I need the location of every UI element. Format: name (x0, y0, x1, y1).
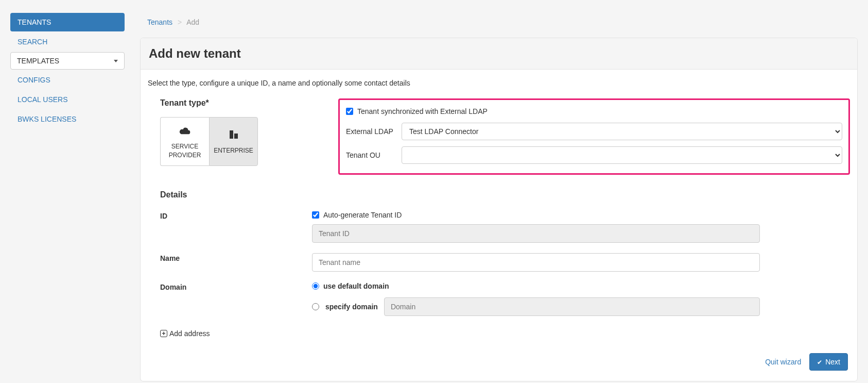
ldap-sync-box: Tenant synchronized with External LDAP E… (338, 98, 850, 175)
tenant-ou-label: Tenant OU (346, 151, 402, 159)
tenant-id-input (312, 224, 760, 243)
cloud-icon (179, 124, 190, 138)
name-label: Name (160, 253, 312, 272)
page-title: Add new tenant (149, 46, 849, 61)
wizard-panel: Add new tenant Select the type, configur… (140, 38, 858, 381)
instruction-text: Select the type, configure a unique ID, … (148, 79, 850, 87)
main-content: Tenants > Add Add new tenant Select the … (135, 0, 868, 383)
ldap-sync-label: Tenant synchronized with External LDAP (357, 107, 488, 115)
tenant-type-group: SERVICE PROVIDER ENTERPRISE (160, 117, 318, 166)
tenant-type-label: ENTERPRISE (214, 146, 253, 155)
id-label: ID (160, 211, 312, 243)
autogen-id-checkbox[interactable] (312, 211, 319, 219)
sidebar-item-label: TEMPLATES (17, 57, 59, 65)
svg-rect-0 (230, 130, 233, 139)
external-ldap-label: External LDAP (346, 127, 402, 136)
next-button-label: Next (825, 358, 840, 366)
add-address-button[interactable]: + Add address (160, 329, 210, 338)
sidebar-item-bwks-licenses[interactable]: BWKS LICENSES (10, 110, 125, 128)
domain-specify-radio[interactable] (312, 303, 319, 310)
sidebar: TENANTS SEARCH TEMPLATES CONFIGS LOCAL U… (0, 0, 135, 383)
breadcrumb-current: Add (186, 18, 199, 26)
panel-header: Add new tenant (141, 38, 857, 70)
domain-specify-label: specify domain (325, 303, 378, 311)
svg-rect-1 (234, 134, 238, 139)
sidebar-item-tenants[interactable]: TENANTS (10, 13, 125, 31)
next-button[interactable]: Next (809, 353, 848, 371)
sidebar-item-search[interactable]: SEARCH (10, 32, 125, 51)
building-icon (228, 128, 239, 142)
sidebar-item-local-users[interactable]: LOCAL USERS (10, 90, 125, 109)
sidebar-item-templates[interactable]: TEMPLATES (10, 52, 125, 70)
domain-default-radio[interactable] (312, 282, 319, 290)
breadcrumb-parent[interactable]: Tenants (147, 18, 172, 26)
domain-input (384, 297, 760, 316)
sidebar-item-configs[interactable]: CONFIGS (10, 71, 125, 89)
breadcrumb-separator: > (178, 18, 182, 26)
check-icon (817, 358, 822, 366)
tenant-ou-select[interactable] (402, 146, 842, 164)
tenant-type-heading: Tenant type* (160, 98, 318, 108)
tenant-type-label: SERVICE PROVIDER (161, 142, 209, 160)
domain-default-label: use default domain (323, 282, 389, 290)
breadcrumb: Tenants > Add (147, 18, 858, 26)
tenant-type-enterprise[interactable]: ENTERPRISE (209, 117, 258, 166)
details-heading: Details (160, 190, 850, 199)
autogen-id-label: Auto-generate Tenant ID (323, 211, 402, 219)
plus-icon: + (160, 330, 167, 337)
quit-wizard-button[interactable]: Quit wizard (765, 358, 801, 366)
tenant-type-service-provider[interactable]: SERVICE PROVIDER (160, 117, 209, 166)
external-ldap-select[interactable]: Test LDAP Connector (402, 123, 842, 140)
ldap-sync-checkbox[interactable] (346, 108, 353, 115)
tenant-name-input[interactable] (312, 253, 760, 272)
chevron-down-icon (114, 60, 118, 62)
add-address-label: Add address (169, 329, 210, 338)
domain-label: Domain (160, 282, 312, 316)
